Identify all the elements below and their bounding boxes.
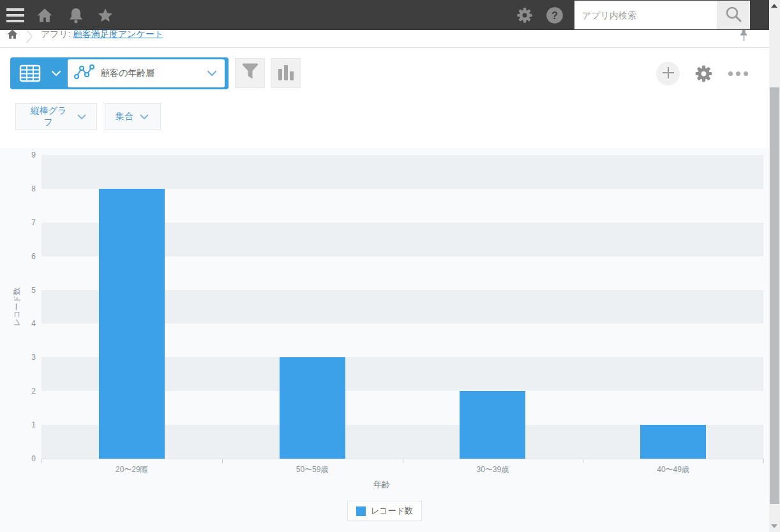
x-tick-label: 20〜29際 — [61, 464, 202, 475]
chart-view-label: 顧客の年齢層 — [101, 68, 207, 79]
aggregation-dropdown-label: 集合 — [116, 111, 133, 122]
chevron-down-icon — [140, 112, 149, 122]
bar-chart-icon — [278, 63, 294, 83]
scroll-down-arrow-icon[interactable] — [771, 524, 777, 528]
x-tick — [222, 459, 223, 463]
vertical-scrollbar[interactable] — [769, 0, 780, 532]
bar-chart: レコード数 0123456789 20〜29際50〜59歳30〜39歳40〜49… — [0, 148, 769, 532]
x-tick — [583, 459, 583, 463]
y-tick-label: 6 — [0, 251, 36, 262]
ellipsis-icon — [728, 71, 748, 76]
app-toolbar: 顧客の年齢層 — [0, 48, 769, 148]
filter-button[interactable] — [235, 58, 265, 88]
bar-40〜49歳[interactable] — [640, 425, 706, 459]
gear-icon — [694, 76, 714, 85]
chart-type-button[interactable] — [271, 58, 301, 88]
grid-band — [41, 155, 763, 189]
bar-30〜39歳[interactable] — [460, 391, 525, 459]
breadcrumb-home-icon[interactable] — [6, 30, 19, 43]
hamburger-menu-icon[interactable] — [6, 8, 24, 22]
legend-item[interactable]: レコード数 — [347, 501, 422, 521]
search-icon — [724, 5, 742, 25]
y-tick-label: 1 — [0, 420, 36, 430]
y-tick-label: 2 — [0, 386, 36, 396]
y-tick-label: 5 — [0, 285, 36, 295]
legend-row: レコード数 — [0, 501, 769, 521]
chevron-down-icon — [77, 112, 86, 122]
filter-icon — [241, 63, 259, 84]
y-tick-label: 0 — [0, 454, 36, 464]
x-tick-label: 40〜49歳 — [603, 464, 744, 475]
y-tick-label: 8 — [0, 184, 36, 194]
view-dropdown-chevron-icon[interactable] — [51, 70, 61, 77]
legend-swatch — [356, 506, 366, 516]
search-input[interactable] — [574, 1, 717, 29]
bell-icon[interactable] — [67, 6, 85, 24]
y-tick-label: 9 — [0, 150, 36, 160]
star-icon[interactable] — [96, 6, 114, 24]
bar-20〜29際[interactable] — [99, 189, 165, 459]
more-options-button[interactable] — [728, 64, 749, 84]
chart-type-dropdown-label: 縦棒グラフ — [26, 105, 71, 128]
chevron-down-icon — [207, 68, 217, 79]
search-button[interactable] — [717, 1, 750, 29]
pin-icon[interactable] — [739, 30, 749, 45]
x-axis-title: 年齢 — [0, 479, 763, 491]
breadcrumb: アプリ: 顧客満足度アンケート — [0, 30, 769, 48]
y-axis-title: レコード数 — [11, 243, 22, 371]
view-selector: 顧客の年齢層 — [10, 57, 229, 89]
breadcrumb-prefix: アプリ: — [41, 30, 71, 39]
chart-type-dropdown[interactable]: 縦棒グラフ — [15, 103, 97, 130]
x-tick — [763, 459, 764, 463]
chart-view-select[interactable]: 顧客の年齢層 — [68, 59, 225, 87]
help-icon[interactable]: ? — [546, 6, 564, 24]
scrollbar-thumb[interactable] — [770, 87, 779, 504]
scroll-up-arrow-icon[interactable] — [771, 4, 777, 8]
home-icon[interactable] — [36, 6, 54, 24]
x-tick-label: 50〜59歳 — [242, 464, 382, 475]
x-tick — [41, 459, 42, 463]
svg-text:?: ? — [551, 10, 558, 21]
x-tick — [403, 459, 403, 463]
gear-icon[interactable] — [516, 6, 534, 24]
bar-50〜59歳[interactable] — [280, 357, 345, 459]
aggregation-dropdown[interactable]: 集合 — [105, 103, 161, 130]
legend-label: レコード数 — [371, 505, 413, 517]
line-chart-icon — [74, 64, 94, 83]
plus-icon — [662, 66, 675, 81]
kintone-app-page: ? アプリ: 顧客満足度アンケート — [0, 0, 780, 532]
add-record-button[interactable] — [656, 62, 680, 85]
table-view-icon[interactable] — [19, 64, 41, 82]
app-settings-button[interactable] — [694, 64, 714, 84]
y-tick-label: 4 — [0, 318, 36, 329]
chevron-right-icon — [24, 30, 34, 47]
breadcrumb-app-link[interactable]: 顧客満足度アンケート — [73, 30, 163, 39]
plot-area — [41, 155, 763, 459]
global-topbar: ? — [0, 0, 769, 30]
y-tick-label: 3 — [0, 352, 36, 362]
y-tick-label: 7 — [0, 218, 36, 228]
x-tick-label: 30〜39歳 — [423, 464, 563, 475]
